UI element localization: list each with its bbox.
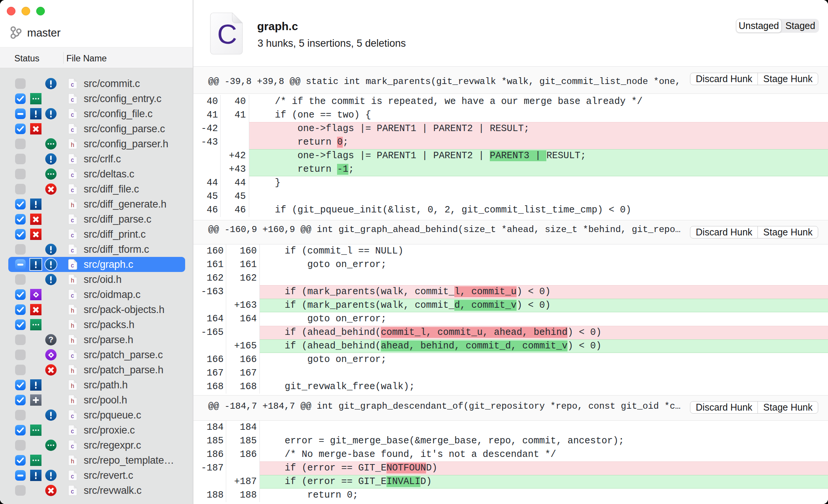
svg-text:h: h [71, 202, 74, 208]
svg-text:h: h [71, 398, 74, 404]
svg-text:c: c [71, 127, 74, 133]
svg-text:h: h [71, 277, 74, 284]
svg-text:c: c [71, 157, 74, 163]
svg-text:c: c [71, 111, 74, 118]
svg-text:h: h [71, 307, 74, 314]
svg-text:c: c [71, 473, 74, 480]
svg-text:c: c [71, 96, 74, 103]
svg-text:c: c [71, 292, 74, 299]
svg-text:c: c [71, 232, 74, 238]
svg-text:C: C [217, 19, 237, 49]
svg-text:h: h [71, 322, 74, 329]
svg-text:h: h [71, 142, 74, 148]
svg-text:c: c [71, 217, 74, 223]
svg-text:c: c [71, 413, 74, 419]
svg-text:h: h [71, 383, 74, 389]
svg-text:c: c [71, 488, 74, 495]
svg-text:h: h [71, 368, 74, 374]
svg-text:h: h [71, 458, 74, 464]
svg-text:c: c [71, 247, 74, 254]
svg-text:c: c [71, 443, 74, 449]
svg-text:c: c [71, 353, 74, 359]
svg-text:h: h [71, 338, 74, 344]
svg-text:c: c [71, 428, 74, 434]
svg-text:c: c [71, 172, 74, 178]
svg-text:c: c [71, 187, 74, 193]
svg-text:c: c [71, 262, 74, 269]
svg-text:c: c [71, 81, 74, 88]
